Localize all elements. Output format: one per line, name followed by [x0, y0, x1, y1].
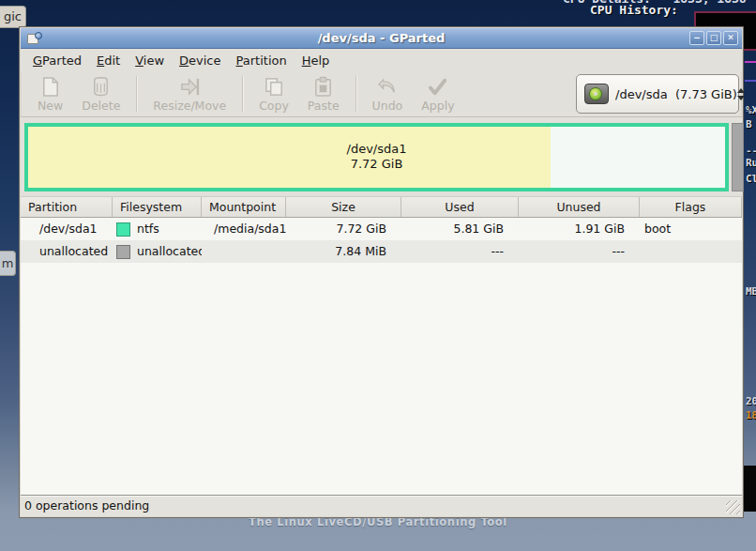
cell-mountpoint — [202, 240, 286, 263]
apply-icon — [427, 76, 448, 98]
column-header-mountpoint[interactable]: Mountpoint — [202, 197, 286, 217]
cell-size: 7.72 GiB — [286, 218, 401, 240]
partition-box-unallocated[interactable] — [732, 123, 744, 191]
resize-grip[interactable] — [726, 500, 740, 514]
statusbar: 0 operations pending — [21, 495, 742, 516]
toolbar-button-label: Copy — [259, 99, 289, 113]
toolbar-button-label: Paste — [308, 99, 340, 113]
monitor-graph-edge-line — [745, 80, 756, 82]
monitor-text-fragment: %X — [746, 104, 756, 116]
toolbar-button-label: Resize/Move — [153, 99, 226, 113]
apply-button[interactable]: Apply — [412, 74, 463, 115]
undo-button[interactable]: Undo — [363, 74, 413, 115]
monitor-text-fragment: MB — [746, 285, 756, 298]
column-header-size[interactable]: Size — [286, 197, 401, 217]
partition-table: PartitionFilesystemMountpointSizeUsedUnu… — [21, 196, 742, 495]
device-selector-value: /dev/sda (7.73 GiB) — [615, 87, 737, 101]
partition-box-sda1[interactable]: /dev/sda1 7.72 GiB — [24, 123, 729, 191]
cell-used: 5.81 GiB — [401, 218, 519, 240]
minimize-button[interactable]: − — [689, 31, 704, 45]
toolbar-separator — [355, 76, 356, 112]
monitor-text-fragment: Cl — [746, 173, 756, 185]
spinner-arrows-icon[interactable] — [737, 88, 745, 100]
paste-button[interactable]: Paste — [298, 74, 349, 115]
menu-view[interactable]: View — [128, 52, 172, 69]
desktop: CPU Details: 1833, 1836 CPU History: %XB… — [0, 0, 756, 551]
toolbar-separator — [136, 76, 137, 112]
monitor-text-fragment: -- — [746, 145, 756, 157]
cell-partition: unallocated — [21, 240, 113, 263]
paste-icon — [312, 76, 334, 98]
menu-device[interactable]: Device — [172, 52, 228, 69]
cell-mountpoint: /media/sda1 — [202, 218, 286, 240]
gparted-window: /dev/sda - GParted −□✕ GPartedEditViewDe… — [19, 26, 744, 518]
partition-box-label: /dev/sda1 7.72 GiB — [28, 142, 725, 174]
column-header-unused[interactable]: Unused — [519, 197, 640, 217]
column-header-filesystem[interactable]: Filesystem — [113, 197, 202, 217]
monitor-text-fragment: 18 — [746, 409, 756, 421]
copy-icon — [264, 76, 285, 98]
cell-filesystem: unallocated — [113, 240, 202, 263]
device-selector[interactable]: /dev/sda (7.73 GiB) — [576, 74, 739, 114]
table-row--dev-sda1[interactable]: /dev/sda1ntfs/media/sda17.72 GiB5.81 GiB… — [21, 218, 742, 240]
desktop-tab-m[interactable]: m — [0, 251, 16, 276]
cell-filesystem: ntfs — [113, 218, 202, 240]
monitor-text-fragment: B — [746, 118, 752, 130]
cpu-history-label: CPU History: — [590, 3, 678, 17]
menu-edit[interactable]: Edit — [89, 52, 128, 69]
partition-visual-area: /dev/sda1 7.72 GiB — [21, 117, 742, 196]
filesystem-color-swatch — [116, 245, 130, 259]
filesystem-color-swatch — [116, 222, 130, 237]
monitor-text-fragment: 20 — [746, 395, 756, 407]
resize-move-button[interactable]: Resize/Move — [144, 74, 235, 115]
toolbar-button-label: Apply — [421, 99, 454, 113]
menu-partition[interactable]: Partition — [229, 52, 295, 69]
operations-pending-text: 0 operations pending — [24, 498, 149, 513]
menu-help[interactable]: Help — [295, 52, 338, 69]
copy-button[interactable]: Copy — [249, 74, 298, 115]
toolbar-button-label: New — [38, 99, 63, 113]
new-button[interactable]: New — [28, 74, 72, 115]
monitor-graph-edge-line — [745, 61, 756, 63]
maximize-button[interactable]: □ — [706, 31, 721, 45]
toolbar-separator — [242, 76, 243, 112]
table-header-row: PartitionFilesystemMountpointSizeUsedUnu… — [21, 196, 742, 218]
cell-flags: boot — [640, 218, 742, 240]
column-header-partition[interactable]: Partition — [21, 197, 113, 217]
cell-unused: 1.91 GiB — [519, 218, 640, 240]
delete-button[interactable]: Delete — [72, 74, 129, 115]
desktop-tab-magic[interactable]: gic — [0, 6, 26, 28]
cell-size: 7.84 MiB — [286, 240, 401, 263]
new-icon — [39, 76, 61, 98]
column-header-used[interactable]: Used — [401, 197, 519, 217]
cell-used: --- — [401, 240, 519, 263]
resize-move-icon — [179, 76, 201, 98]
disk-icon — [584, 84, 609, 104]
toolbar-button-label: Undo — [372, 99, 403, 113]
window-title: /dev/sda - GParted — [21, 31, 742, 45]
titlebar[interactable]: /dev/sda - GParted −□✕ — [21, 28, 742, 49]
cell-partition: /dev/sda1 — [21, 218, 113, 240]
menubar: GPartedEditViewDevicePartitionHelp — [21, 50, 742, 71]
cell-unused: --- — [519, 240, 640, 263]
menu-gparted[interactable]: GParted — [25, 52, 89, 69]
delete-icon — [90, 76, 112, 98]
cell-flags — [640, 240, 742, 263]
table-row-unallocated[interactable]: unallocatedunallocated7.84 MiB------ — [21, 240, 742, 263]
undo-icon — [376, 76, 398, 98]
toolbar-button-label: Delete — [82, 99, 120, 113]
column-header-flags[interactable]: Flags — [640, 197, 742, 217]
close-button[interactable]: ✕ — [723, 31, 738, 45]
monitor-text-fragment: Ru — [746, 157, 756, 169]
